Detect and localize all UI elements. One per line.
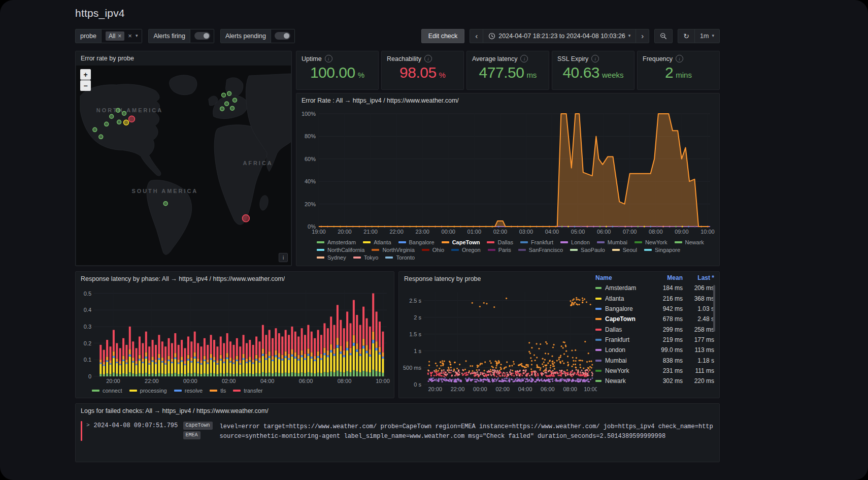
panel-title[interactable]: Logs for failed checks: All → https_ipv4… [81,407,269,414]
info-icon[interactable] [520,55,528,62]
chip-close-icon[interactable]: × [118,33,121,39]
probe-name[interactable]: Mumbai [605,357,651,364]
legend-item-bangalore[interactable]: Bangalore [398,239,435,245]
log-expand-icon[interactable]: > [86,422,90,428]
time-range-group: ‹ 2024-04-07 18:21:23 to 2024-04-08 10:0… [470,29,649,43]
legend-item-saopaulo[interactable]: SaoPaulo [570,247,605,253]
probe-filter[interactable]: probe All× × ▾ [75,29,142,43]
map-attribution-icon[interactable]: i [279,253,288,262]
info-icon[interactable] [676,55,683,62]
probe-name[interactable]: Atlanta [605,295,651,302]
legend-item-capetown[interactable]: CapeTown [442,239,480,245]
latency-by-phase-panel: Response latency by phase: All → https_i… [75,271,394,398]
probe-filter-value[interactable]: All× × ▾ [102,29,142,43]
legend-item-ohio[interactable]: Ohio [422,247,444,253]
stat-frequency: Frequency 2mins [637,51,720,90]
legend-item-tokyo[interactable]: Tokyo [353,254,379,261]
legend-item-dallas[interactable]: Dallas [487,239,513,245]
col-last[interactable]: Last * [683,274,714,281]
info-icon[interactable] [591,55,599,62]
table-row[interactable]: Newark302 ms220 ms [594,376,715,386]
legend-item-northcalifornia[interactable]: NorthCalifornia [317,247,364,253]
probe-name[interactable]: CapeTown [605,315,651,323]
edit-check-button[interactable]: Edit check [421,29,465,43]
zoom-out-button[interactable] [654,29,673,43]
probe-name[interactable]: NewYork [605,367,651,374]
alerts-pending-toggle[interactable] [271,29,295,43]
legend-item-frankfurt[interactable]: Frankfurt [520,239,553,245]
table-row[interactable]: Frankfurt219 ms177 ms [594,335,715,345]
legend-item-amsterdam[interactable]: Amsterdam [317,239,356,245]
svg-text:0.3: 0.3 [84,324,91,330]
time-shift-back-button[interactable]: ‹ [470,29,483,43]
phase-chart[interactable]: 00.10.20.30.40.520:0022:0000:0002:0004:0… [76,286,394,387]
legend-item-transfer[interactable]: transfer [233,388,262,394]
legend-item-singapore[interactable]: Singapore [644,247,680,253]
error-rate-chart[interactable]: 0%20%40%60%80%100%19:0020:0021:0022:0023… [296,108,719,238]
table-scrollbar[interactable] [713,285,715,332]
table-row[interactable]: Amsterdam184 ms206 ms [594,283,715,293]
table-row[interactable]: Mumbai838 ms1.18 s [594,355,715,365]
legend-item-sanfrancisco[interactable]: SanFrancisco [518,247,563,253]
zoom-out-map-button[interactable]: − [80,80,91,91]
info-icon[interactable] [325,55,332,62]
legend-item-oregon[interactable]: Oregon [451,247,481,253]
log-region-badge: EMEA [183,431,201,439]
table-row[interactable]: CapeTown678 ms2.48 s [594,314,715,324]
probe-filter-chip[interactable]: All× [106,31,124,41]
svg-text:03:00: 03:00 [519,229,533,235]
toggle-knob[interactable] [284,33,289,39]
panel-title[interactable]: Response latency by phase: All → https_i… [81,275,285,282]
probe-name[interactable]: Amsterdam [605,284,651,292]
table-row[interactable]: NewYork231 ms111 ms [594,366,715,376]
series-color-mark [595,370,602,372]
clear-filter-icon[interactable]: × [128,33,132,39]
panel-title[interactable]: Error Rate : All → https_ipv4 / https://… [302,97,459,104]
zoom-in-button[interactable]: + [80,69,91,80]
world-map[interactable]: + − NORTH AMER [76,66,291,265]
probe-name[interactable]: Dallas [605,326,651,333]
refresh-button[interactable]: ↻ [678,29,695,43]
legend-item-paris[interactable]: Paris [488,247,511,253]
time-shift-forward-button[interactable]: › [636,29,649,43]
toggle-track[interactable] [194,32,210,40]
toggle-knob[interactable] [204,33,209,39]
legend-item-mumbai[interactable]: Mumbai [597,239,627,245]
legend-item-toronto[interactable]: Toronto [385,254,415,261]
svg-text:22:00: 22:00 [451,386,465,392]
legend-item-seoul[interactable]: Seoul [612,247,637,253]
legend-item-atlanta[interactable]: Atlanta [363,239,391,245]
toggle-track[interactable] [275,32,290,40]
probe-name[interactable]: London [605,346,651,354]
legend-item-sydney[interactable]: Sydney [317,254,346,261]
legend-item-processing[interactable]: processing [129,388,167,394]
col-name[interactable]: Name [595,274,651,281]
legend-item-resolve[interactable]: resolve [174,388,203,394]
table-row[interactable]: London99.0 ms113 ms [594,345,715,355]
table-row[interactable]: Dallas299 ms258 ms [594,324,715,334]
info-icon[interactable] [424,55,432,62]
legend-item-connect[interactable]: connect [92,388,122,394]
log-entry[interactable]: > 2024-04-08 09:07:51.795 CapeTown EMEA … [81,421,714,441]
chevron-down-icon[interactable]: ▾ [136,34,138,38]
refresh-interval-picker[interactable]: 1m▾ [694,29,720,43]
probe-scatter-chart[interactable]: 0 s500 ms1 s1.5 s2 s2.5 s20:0022:0000:00… [399,286,600,397]
probe-name[interactable]: Frankfurt [605,336,651,343]
legend-item-newark[interactable]: Newark [675,239,704,245]
legend-item-london[interactable]: London [560,239,590,245]
panel-title[interactable]: Response latency by probe [404,275,481,282]
table-row[interactable]: Bangalore942 ms1.03 s [594,304,715,314]
table-row[interactable]: Atlanta216 ms368 ms [594,294,715,304]
legend-item-tls[interactable]: tls [210,388,226,394]
probe-name[interactable]: Bangalore [605,305,651,312]
time-range-picker[interactable]: 2024-04-07 18:21:23 to 2024-04-08 10:03:… [483,29,636,43]
legend-item-newyork[interactable]: NewYork [635,239,667,245]
alerts-firing-toggle[interactable] [190,29,214,43]
probe-name[interactable]: Newark [605,377,651,385]
col-mean[interactable]: Mean [651,274,683,281]
panel-title[interactable]: Error rate by probe [81,55,134,62]
series-label: Sydney [327,254,346,261]
legend-item-northvirginia[interactable]: NorthVirginia [372,247,414,253]
series-color-mark [675,241,682,243]
stat-unit: weeks [602,71,624,79]
